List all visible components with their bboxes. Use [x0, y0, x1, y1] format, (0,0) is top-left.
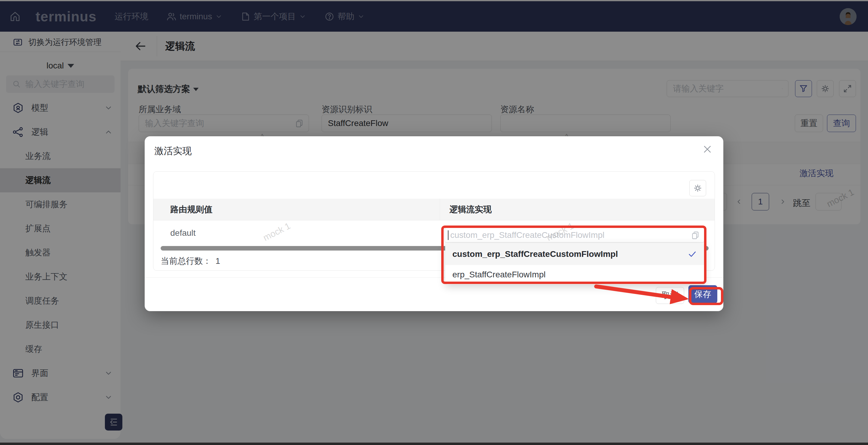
rule-value-cell: default [170, 220, 195, 246]
total-rows-value: 1 [216, 256, 220, 266]
copy-icon[interactable] [691, 231, 700, 240]
dropdown-option-label: erp_StaffCreateFlowImpl [453, 270, 546, 279]
dropdown-option-label: custom_erp_StaffCreateCustomFlowImpl [453, 249, 618, 259]
impl-select-input[interactable]: custom_erp_StaffCreateCustomFlowImpl [444, 228, 704, 243]
routing-table-header: 路由规则值 逻辑流实现 [153, 199, 715, 220]
save-button[interactable]: 保存 [688, 285, 717, 303]
text-cursor [448, 230, 448, 240]
activate-impl-modal: 激活实现 路由规则值 逻辑流实现 default 当前总行数：1 custom_… [145, 136, 723, 311]
impl-select-value: custom_erp_StaffCreateCustomFlowImpl [450, 230, 691, 240]
cancel-button-label: 取消 [661, 290, 678, 301]
dropdown-option-erp-impl[interactable]: erp_StaffCreateFlowImpl [445, 265, 704, 284]
dropdown-option-custom-impl[interactable]: custom_erp_StaffCreateCustomFlowImpl [445, 243, 704, 265]
checkmark-icon [687, 249, 697, 259]
table-column-settings-button[interactable] [689, 180, 706, 196]
close-icon[interactable] [702, 144, 712, 154]
col-rule-header: 路由规则值 [170, 199, 213, 220]
total-rows-label: 当前总行数： [161, 256, 211, 266]
cancel-button[interactable]: 取消 [656, 287, 684, 304]
impl-select-dropdown: custom_erp_StaffCreateCustomFlowImpl erp… [445, 243, 704, 284]
app-root: terminus 运行环境 terminus 第一个项目 帮助 [0, 0, 868, 445]
total-rows-text: 当前总行数：1 [161, 255, 220, 267]
col-impl-header: 逻辑流实现 [450, 199, 492, 220]
modal-title: 激活实现 [154, 145, 192, 157]
gear-icon [693, 183, 703, 193]
save-button-label: 保存 [694, 289, 711, 300]
